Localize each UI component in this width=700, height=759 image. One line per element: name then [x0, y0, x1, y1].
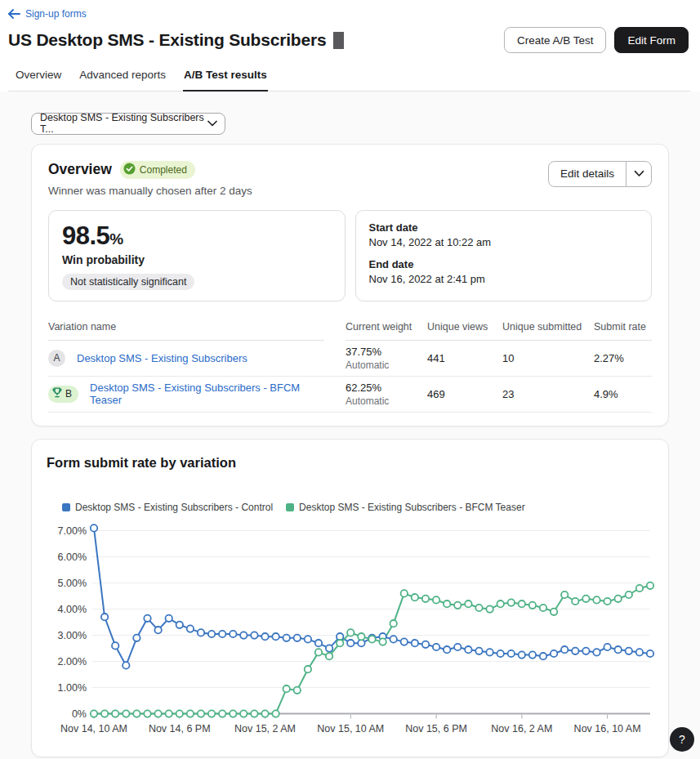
svg-text:Nov 15, 10 AM: Nov 15, 10 AM	[317, 722, 384, 734]
edit-details-split-button: Edit details	[548, 161, 652, 187]
back-arrow-icon	[8, 9, 20, 19]
page-header: Sign-up forms US Desktop SMS - Existing …	[0, 0, 700, 92]
variation-b-link[interactable]: Desktop SMS - Existing Subscribers - BFC…	[90, 382, 324, 406]
status-badge-label: Completed	[140, 164, 187, 176]
header-actions: Create A/B Test Edit Form	[504, 27, 690, 53]
col-unique-submitted: Unique submitted	[502, 321, 594, 341]
start-date-label: Start date	[369, 221, 639, 234]
variation-b-unique-submitted: 23	[502, 388, 594, 400]
submit-rate-chart-card: Form submit rate by variation Desktop SM…	[31, 439, 669, 757]
col-unique-views: Unique views	[427, 321, 502, 341]
svg-text:Nov 15, 2 AM: Nov 15, 2 AM	[234, 722, 296, 734]
overview-subtitle: Winner was manually chosen after 2 days	[48, 185, 252, 197]
tab-overview[interactable]: Overview	[15, 64, 62, 91]
end-date-label: End date	[369, 258, 639, 270]
svg-text:3.00%: 3.00%	[58, 629, 87, 641]
svg-text:4.00%: 4.00%	[58, 603, 87, 614]
tab-advanced-reports[interactable]: Advanced reports	[78, 64, 167, 91]
win-probability-value: 98.5%	[62, 221, 332, 251]
variation-table-header: Variation name Current weight Unique vie…	[48, 321, 652, 341]
win-probability-label: Win probability	[62, 253, 332, 266]
variation-b-weight-mode: Automatic	[346, 395, 427, 407]
legend-label-control: Desktop SMS - Existing Subscribers - Con…	[75, 502, 273, 513]
status-badge: Completed	[120, 161, 195, 179]
chart-title: Form submit rate by variation	[47, 455, 653, 471]
svg-text:Nov 14, 6 PM: Nov 14, 6 PM	[149, 722, 211, 734]
chart-legend: Desktop SMS - Existing Subscribers - Con…	[62, 502, 653, 513]
variation-a-unique-views: 441	[427, 352, 502, 364]
legend-swatch-control	[62, 503, 70, 511]
main-content: Desktop SMS - Existing Subscribers T... …	[0, 92, 700, 759]
svg-text:6.00%: 6.00%	[58, 551, 87, 562]
svg-text:Nov 14, 10 AM: Nov 14, 10 AM	[60, 722, 127, 734]
variation-a-submit-rate: 2.27%	[594, 352, 652, 364]
edit-details-button[interactable]: Edit details	[549, 162, 626, 186]
report-tabs: Overview Advanced reports A/B Test resul…	[8, 64, 690, 92]
tab-ab-test-results[interactable]: A/B Test results	[183, 64, 268, 92]
variation-a-weight-mode: Automatic	[346, 359, 427, 371]
variation-a-link[interactable]: Desktop SMS - Existing Subscribers	[77, 352, 247, 364]
col-submit-rate: Submit rate	[594, 321, 652, 341]
variation-table: Variation name Current weight Unique vie…	[48, 321, 652, 413]
variation-a-weight: 37.75%	[346, 346, 427, 358]
chevron-down-icon	[207, 118, 217, 129]
col-current-weight: Current weight	[346, 321, 427, 341]
svg-text:Nov 16, 10 AM: Nov 16, 10 AM	[574, 722, 641, 734]
win-probability-box: 98.5% Win probability Not statistically …	[48, 210, 346, 301]
redacted-title-fragment	[333, 32, 344, 49]
variation-b-submit-rate: 4.9%	[594, 388, 652, 400]
edit-form-button[interactable]: Edit Form	[614, 27, 689, 53]
help-button[interactable]: ?	[670, 727, 694, 752]
variation-b-badge: B	[65, 388, 72, 400]
svg-text:5.00%: 5.00%	[58, 577, 87, 588]
significance-badge: Not statistically significant	[62, 274, 194, 290]
edit-details-menu-button[interactable]	[626, 162, 651, 186]
dates-box: Start date Nov 14, 2022 at 10:22 am End …	[355, 210, 653, 301]
test-selector-value: Desktop SMS - Existing Subscribers T...	[40, 112, 207, 135]
legend-swatch-bfcm-teaser	[286, 503, 294, 511]
variation-b-unique-views: 469	[427, 388, 502, 400]
variation-a-badge: A	[48, 350, 65, 367]
end-date-value: Nov 16, 2022 at 2:41 pm	[369, 273, 639, 285]
table-row-variation-b: B Desktop SMS - Existing Subscribers - B…	[48, 377, 652, 413]
svg-text:2.00%: 2.00%	[58, 655, 87, 667]
svg-text:7.00%: 7.00%	[58, 525, 87, 536]
trophy-icon	[52, 387, 62, 400]
legend-label-bfcm-teaser: Desktop SMS - Existing Subscribers - BFC…	[299, 502, 525, 513]
test-selector-dropdown[interactable]: Desktop SMS - Existing Subscribers T...	[31, 113, 225, 135]
submit-rate-line-chart[interactable]: 0%1.00%2.00%3.00%4.00%5.00%6.00%7.00%Nov…	[47, 515, 658, 739]
svg-text:0%: 0%	[72, 708, 87, 719]
page: Sign-up forms US Desktop SMS - Existing …	[0, 0, 700, 759]
svg-text:Nov 16, 2 AM: Nov 16, 2 AM	[491, 722, 552, 734]
chevron-down-icon	[634, 167, 644, 180]
overview-card-title: Overview	[48, 161, 112, 178]
check-circle-icon	[123, 163, 136, 177]
create-ab-test-button[interactable]: Create A/B Test	[504, 27, 607, 53]
variation-b-winner-badge: B	[48, 386, 78, 403]
col-variation-name: Variation name	[48, 321, 324, 341]
start-date-value: Nov 14, 2022 at 10:22 am	[369, 236, 639, 248]
page-title: US Desktop SMS - Existing Subscribers	[8, 30, 344, 50]
back-link-signup-forms[interactable]: Sign-up forms	[8, 8, 87, 20]
variation-b-weight: 62.25%	[346, 382, 427, 394]
variation-a-unique-submitted: 10	[502, 352, 594, 364]
legend-item-control[interactable]: Desktop SMS - Existing Subscribers - Con…	[62, 502, 273, 513]
legend-item-bfcm-teaser[interactable]: Desktop SMS - Existing Subscribers - BFC…	[286, 502, 525, 513]
table-row-variation-a: A Desktop SMS - Existing Subscribers 37.…	[48, 341, 652, 377]
overview-card: Overview Completed Winner was manually c…	[31, 144, 669, 426]
back-link-label: Sign-up forms	[25, 8, 87, 20]
svg-text:1.00%: 1.00%	[58, 681, 87, 693]
svg-text:Nov 15, 6 PM: Nov 15, 6 PM	[405, 722, 467, 734]
